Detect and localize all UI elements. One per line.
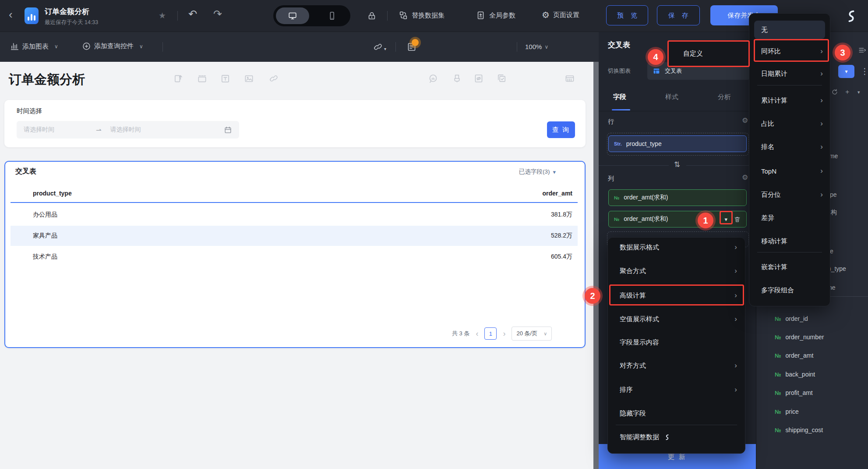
submenu-item-date-cumulative[interactable]: 日期累计 › — [761, 64, 823, 83]
submenu-item-difference[interactable]: 差异 — [761, 208, 823, 227]
submenu-item-multi-field[interactable]: 多字段组合 — [761, 281, 823, 300]
text-component-icon[interactable] — [220, 74, 230, 84]
preview-button[interactable]: 预 览 — [606, 5, 648, 25]
zoom-select[interactable]: 100% ∨ — [525, 43, 548, 50]
refresh-fields-icon[interactable] — [831, 88, 839, 96]
cross-table-card[interactable]: 交叉表 已选字段(3) ▾ product_type order_amt 办公用… — [4, 161, 586, 348]
date-range-input[interactable]: 请选择时间 ⇀ 请选择时间 — [17, 121, 239, 139]
menu-item-sort[interactable]: 排序 › — [620, 380, 737, 399]
field-name: shipping_cost — [786, 426, 823, 433]
menu-item-alignment[interactable]: 对齐方式 › — [620, 356, 737, 375]
menu-item-null-style[interactable]: 空值展示样式 › — [620, 309, 737, 329]
menu-item-aggregation[interactable]: 聚合方式 › — [620, 261, 737, 281]
selected-fields-dropdown[interactable]: 已选字段(3) ▾ — [519, 168, 556, 176]
menu-item-smart-adjust[interactable]: 智能调整数据 — [620, 427, 737, 447]
rows-gear-icon[interactable]: ⚙ — [742, 117, 748, 124]
tab-fields[interactable]: 字段 — [613, 93, 626, 101]
star-icon[interactable]: ★ — [159, 11, 166, 20]
back-icon[interactable]: ‹ — [9, 9, 13, 20]
menu-item-data-format[interactable]: 数据展示格式 › — [620, 238, 737, 257]
grid-ruler-icon[interactable] — [564, 73, 575, 84]
submenu-item-proportion[interactable]: 占比 › — [761, 114, 823, 133]
save-button[interactable]: 保 存 — [657, 5, 700, 25]
table-row[interactable]: 技术产品 605.4万 — [11, 248, 578, 267]
submenu-item-topn[interactable]: TopN › — [761, 161, 823, 181]
comment-button[interactable] — [406, 42, 417, 52]
add-chart-button[interactable]: 添加图表 ∨ — [10, 42, 58, 51]
submenu-item-ranking[interactable]: 排名 › — [761, 137, 823, 156]
dataset-field[interactable]: № order_amt — [775, 352, 813, 359]
menu-item-label: 对齐方式 — [620, 362, 646, 370]
query-button[interactable]: 查 询 — [547, 121, 575, 138]
tab-analysis[interactable]: 分析 — [718, 93, 731, 101]
device-toggle-desktop[interactable] — [276, 7, 309, 24]
table-row[interactable]: 家具产品 528.2万 — [11, 226, 578, 246]
replace-dataset-button[interactable]: 替换数据集 — [399, 11, 445, 20]
media-widget-icon[interactable] — [173, 74, 183, 84]
collapse-fields-icon[interactable]: ▾ — [857, 90, 860, 95]
field-name: product_type — [626, 140, 662, 147]
menu-item-hide-field[interactable]: 隐藏字段 — [620, 404, 737, 423]
menu-item-display-content[interactable]: 字段显示内容 — [620, 333, 737, 352]
tab-component-icon[interactable] — [197, 74, 207, 84]
switch-chart-label: 切换图表 — [608, 67, 631, 75]
row-field-pill[interactable]: Str. product_type — [608, 135, 747, 152]
submenu-item-moving-calc[interactable]: 移动计算 — [761, 231, 823, 251]
link-component-icon[interactable] — [269, 74, 279, 83]
page-settings-button[interactable]: ⚙ 页面设置 — [542, 11, 579, 19]
dataset-field[interactable]: № price — [775, 408, 799, 415]
linkage-button[interactable]: ▾ — [373, 42, 386, 52]
next-page-icon[interactable]: › — [503, 330, 505, 338]
calendar-icon[interactable] — [224, 126, 232, 134]
submenu-item-cumulative-calc[interactable]: 累计计算 › — [761, 91, 823, 110]
brand-logo-icon[interactable] — [843, 7, 860, 25]
canvas-scrollbar[interactable] — [593, 61, 599, 469]
add-query-control-button[interactable]: 添加查询控件 ∨ — [82, 42, 143, 51]
field-name-fragment[interactable]: pe — [830, 191, 837, 198]
column-field-pill[interactable]: № order_amt(求和) — [608, 189, 747, 206]
redo-icon[interactable]: ↷ — [213, 9, 222, 19]
field-name-fragment[interactable]: )_type — [829, 265, 846, 272]
lock-icon[interactable] — [367, 11, 377, 21]
global-params-button[interactable]: 全局参数 — [476, 11, 515, 20]
submenu-item-nested-calc[interactable]: 嵌套计算 — [761, 257, 823, 277]
add-field-icon[interactable]: ＋ — [844, 88, 850, 95]
hidden-components-icon[interactable] — [473, 73, 484, 84]
device-toggle-mobile[interactable] — [315, 7, 349, 24]
dataset-field[interactable]: № back_point — [775, 371, 815, 378]
column-header[interactable]: order_amt — [543, 190, 572, 197]
date-end-placeholder[interactable]: 请选择时间 — [110, 126, 141, 134]
dataset-field[interactable]: № profit_amt — [775, 389, 813, 396]
menu-item-label: 智能调整数据 — [620, 433, 659, 441]
submenu-item-percentile[interactable]: 百分位 › — [761, 185, 823, 204]
date-start-placeholder[interactable]: 请选择时间 — [24, 126, 54, 134]
chevron-down-icon: ∨ — [543, 331, 547, 336]
batch-select-icon[interactable] — [497, 73, 507, 83]
page-size-select[interactable]: 20 条/页 ∨ — [512, 327, 552, 341]
device-toggle[interactable] — [273, 5, 350, 26]
dataset-select-button[interactable]: ▾ — [838, 65, 854, 78]
columns-gear-icon[interactable]: ⚙ — [742, 174, 748, 181]
ai-chat-icon[interactable] — [428, 73, 438, 84]
tab-style[interactable]: 样式 — [665, 93, 678, 101]
custom-option-popup[interactable]: 自定义 — [667, 40, 750, 67]
collapse-panel-icon[interactable] — [857, 46, 867, 54]
cross-table-title: 交叉表 — [15, 167, 36, 176]
header-divider — [177, 11, 178, 21]
field-name-fragment[interactable]: e — [830, 248, 833, 255]
undo-icon[interactable]: ↶ — [188, 9, 197, 19]
clear-canvas-brush-icon[interactable] — [452, 73, 462, 83]
image-component-icon[interactable] — [244, 74, 254, 84]
delete-field-icon[interactable] — [734, 216, 741, 223]
more-options-icon[interactable]: ⋮ — [861, 67, 868, 75]
column-header[interactable]: product_type — [33, 190, 72, 197]
field-name-fragment[interactable]: 构 — [831, 209, 837, 217]
table-row[interactable]: 办公用品 381.8万 — [11, 206, 578, 225]
prev-page-icon[interactable]: ‹ — [476, 330, 478, 338]
dataset-field[interactable]: № shipping_cost — [775, 426, 823, 433]
current-page-button[interactable]: 1 — [484, 327, 497, 340]
dataset-field[interactable]: № order_number — [775, 334, 824, 341]
submenu-item-none[interactable]: 无 — [754, 21, 825, 39]
dataset-field[interactable]: № order_id — [775, 315, 808, 322]
swap-axes-icon[interactable]: ⇅ — [674, 161, 680, 168]
